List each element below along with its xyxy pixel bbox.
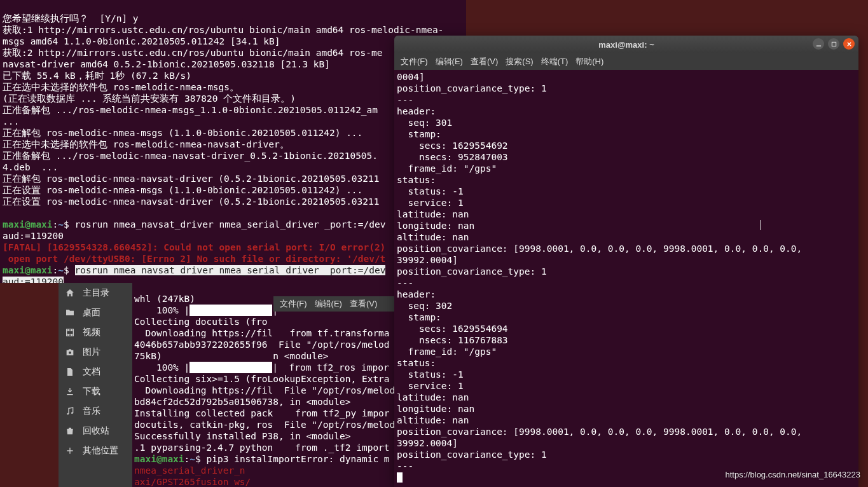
sidebar-item-home[interactable]: 主目录	[59, 283, 132, 303]
pip-terminal-menubar: 文件(F) 编辑(E) 查看(V)	[273, 296, 401, 312]
terminal-output: whl (247kB) 100% |	[134, 294, 195, 315]
terminal-output: 0004] position_covariance_type: 1 --- he…	[397, 72, 808, 471]
sidebar-item-label: 主目录	[83, 287, 109, 299]
menu-help[interactable]: 帮助(H)	[575, 56, 603, 67]
document-icon	[65, 367, 75, 377]
minimize-button[interactable]	[813, 38, 824, 50]
right-terminal[interactable]: 0004] position_covariance_type: 1 --- he…	[394, 70, 858, 487]
menu-edit[interactable]: 编辑(E)	[315, 298, 342, 310]
titlebar[interactable]: maxi@maxi: ~	[394, 36, 858, 53]
sidebar-item-images[interactable]: 图片	[59, 342, 132, 362]
prompt-user: maxi@maxi	[3, 265, 53, 275]
command-text: pip3 instalImportError: dynamic m	[207, 454, 390, 464]
folder-icon	[65, 308, 75, 318]
sidebar-item-other[interactable]: 其他位置	[59, 441, 132, 460]
sidebar-item-label: 图片	[83, 346, 100, 358]
sidebar-item-documents[interactable]: 文档	[59, 362, 132, 381]
prompt-path: ~	[189, 454, 195, 464]
download-icon	[65, 387, 75, 397]
close-button[interactable]	[843, 38, 855, 50]
sidebar-item-label: 其他位置	[83, 445, 118, 456]
command-text-cont: aud:=119200	[3, 231, 64, 241]
error-output: nmea_serial_driver_n axi/GPST265fusion_w…	[134, 465, 251, 487]
window-title: maxi@maxi: ~	[598, 40, 654, 50]
progress-bar: xxxxxxxxxxx	[189, 362, 272, 373]
text-caret	[760, 220, 761, 230]
svg-point-1	[67, 413, 69, 415]
home-icon	[65, 288, 75, 298]
trash-icon	[65, 426, 75, 436]
menubar: 文件(F) 编辑(E) 查看(V) 搜索(S) 终端(T) 帮助(H)	[394, 53, 858, 70]
svg-point-2	[71, 412, 73, 414]
sidebar-item-label: 音乐	[83, 406, 100, 417]
prompt-path: ~	[58, 265, 64, 275]
menu-file[interactable]: 文件(F)	[401, 56, 428, 67]
prompt-path: ~	[58, 219, 64, 230]
prompt-user: maxi@maxi	[134, 454, 184, 464]
sidebar-item-label: 桌面	[83, 307, 100, 319]
svg-point-0	[69, 351, 71, 353]
prompt-user: maxi@maxi	[3, 219, 53, 230]
plus-icon	[65, 446, 75, 456]
files-sidebar: 主目录 桌面 视频 图片 文档 下载 音乐 回收站 其他位置	[59, 283, 132, 487]
error-output: [FATAL] [1629554328.660452]: Could not o…	[3, 242, 385, 264]
command-text: rosrun nmea_navsat_driver nmea_serial_dr…	[75, 219, 386, 230]
cursor	[397, 472, 403, 483]
watermark: https://blog.csdn.net/sinat_16643223	[726, 470, 861, 479]
sidebar-item-desktop[interactable]: 桌面	[59, 303, 132, 322]
sidebar-item-trash[interactable]: 回收站	[59, 421, 132, 441]
menu-view[interactable]: 查看(V)	[350, 298, 377, 310]
menu-edit[interactable]: 编辑(E)	[436, 56, 463, 67]
terminal-output: | from tf2_ros impor Collecting six>=1.5…	[134, 362, 395, 453]
sidebar-item-label: 下载	[83, 386, 100, 397]
command-highlighted: rosrun nmea_navsat_driver nmea_serial_dr…	[75, 265, 386, 275]
sidebar-item-videos[interactable]: 视频	[59, 322, 132, 342]
svg-rect-3	[832, 42, 836, 46]
right-terminal-window: maxi@maxi: ~ 文件(F) 编辑(E) 查看(V) 搜索(S) 终端(…	[394, 36, 858, 487]
music-icon	[65, 406, 75, 416]
terminal-output: 您希望继续执行吗？ [Y/n] y 获取:1 http://mirrors.us…	[3, 13, 443, 207]
camera-icon	[65, 347, 75, 357]
sidebar-item-downloads[interactable]: 下载	[59, 381, 132, 401]
sidebar-item-music[interactable]: 音乐	[59, 401, 132, 421]
menu-search[interactable]: 搜索(S)	[506, 56, 533, 67]
menu-terminal[interactable]: 终端(T)	[541, 56, 568, 67]
command-highlighted-cont: aud:=119200	[3, 277, 64, 283]
sidebar-item-label: 回收站	[83, 425, 109, 437]
film-icon	[65, 327, 75, 338]
sidebar-item-label: 视频	[83, 327, 100, 338]
progress-bar: xxxxxxxxxxx	[189, 305, 272, 316]
menu-view[interactable]: 查看(V)	[471, 56, 498, 67]
maximize-button[interactable]	[828, 38, 839, 50]
menu-file[interactable]: 文件(F)	[280, 298, 307, 310]
sidebar-item-label: 文档	[83, 366, 100, 378]
